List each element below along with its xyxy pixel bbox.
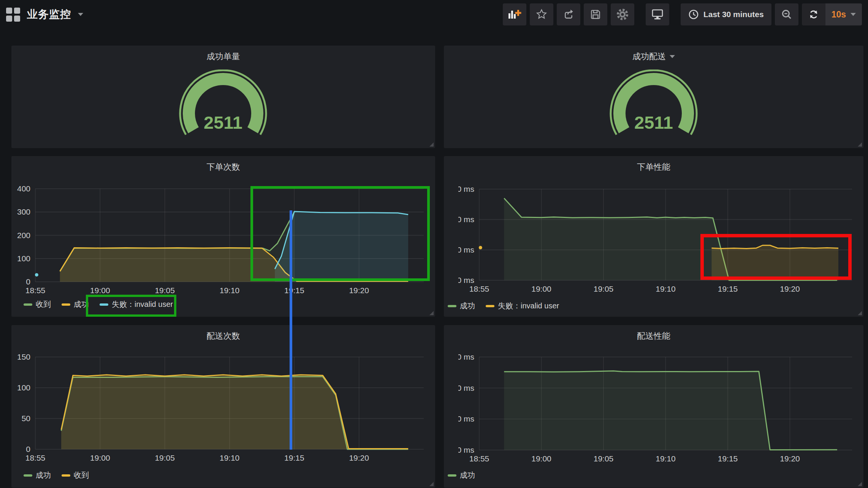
legend-item[interactable]: 成功 <box>24 470 51 480</box>
refresh-icon <box>808 8 820 21</box>
share-button[interactable] <box>557 3 580 25</box>
svg-text:0: 0 <box>26 277 30 286</box>
legend-item[interactable]: 收到 <box>24 299 51 310</box>
panel-resize-handle[interactable] <box>429 311 434 315</box>
panel-resize-handle[interactable] <box>858 311 862 315</box>
legend-label: 收到 <box>36 299 51 310</box>
legend-swatch <box>448 305 456 307</box>
legend-item[interactable]: 成功 <box>62 299 89 310</box>
chevron-down-icon <box>851 13 856 16</box>
zoom-out-button[interactable] <box>775 3 798 25</box>
star-button[interactable] <box>530 3 553 25</box>
svg-text:19:05: 19:05 <box>594 284 614 293</box>
legend-delivery-count: 成功收到 <box>24 470 89 480</box>
svg-text:19:05: 19:05 <box>594 454 614 463</box>
svg-text:19:15: 19:15 <box>718 454 738 463</box>
svg-text:19:00: 19:00 <box>531 284 551 293</box>
panel-resize-handle[interactable] <box>858 482 862 486</box>
legend-label: 成功 <box>36 470 51 480</box>
legend-label: 成功 <box>460 301 475 311</box>
legend-item[interactable]: 失败：invalid user <box>100 299 173 310</box>
legend-swatch <box>62 303 70 306</box>
svg-text:19:20: 19:20 <box>780 454 800 463</box>
legend-label: 收到 <box>74 470 89 480</box>
chevron-down-icon <box>670 55 675 58</box>
svg-text:0 ms: 0 ms <box>458 445 474 454</box>
legend-item[interactable]: 收到 <box>62 470 89 480</box>
svg-text:19:05: 19:05 <box>155 286 175 295</box>
panel-title[interactable]: 配送次数 <box>11 325 435 342</box>
panel-title-label: 配送性能 <box>637 330 670 342</box>
gauge-value: 2511 <box>204 112 242 133</box>
legend-label: 失败：invalid user <box>498 301 559 311</box>
dashboard-title[interactable]: 业务监控 <box>27 7 71 22</box>
dashboard-toolbar: Last 30 minutes 10s <box>503 3 862 25</box>
panel-title-label: 成功单量 <box>207 51 240 62</box>
save-button[interactable] <box>584 3 607 25</box>
svg-text:19:10: 19:10 <box>656 284 676 293</box>
refresh-interval-dropdown[interactable]: 10s <box>825 3 862 25</box>
panel-title-label: 下单次数 <box>207 161 240 173</box>
svg-text:0 ms: 0 ms <box>458 276 474 284</box>
gauge-success-delivery[interactable]: 2511 <box>604 69 703 147</box>
dashboard-brand[interactable]: 业务监控 <box>6 7 83 22</box>
refresh-group: 10s <box>802 3 862 25</box>
svg-text:19:15: 19:15 <box>284 286 304 295</box>
svg-text:400: 400 <box>17 185 30 193</box>
svg-text:19:20: 19:20 <box>349 453 369 462</box>
time-range-button[interactable]: Last 30 minutes <box>681 3 771 25</box>
panel-title[interactable]: 配送性能 <box>444 325 863 342</box>
add-panel-button[interactable] <box>503 3 526 25</box>
svg-text:19:10: 19:10 <box>220 286 240 295</box>
legend-delivery-perf: 成功 <box>448 470 475 480</box>
tv-mode-button[interactable] <box>646 3 669 25</box>
chart-order-perf[interactable]: 18:5519:0019:0519:1019:1519:200 ms200 ms… <box>458 186 863 295</box>
svg-text:18:55: 18:55 <box>25 453 46 462</box>
legend-swatch <box>62 474 70 477</box>
legend-swatch <box>24 303 32 306</box>
chevron-down-icon[interactable] <box>78 13 83 16</box>
chart-delivery-perf[interactable]: 18:5519:0019:0519:1019:1519:200 ms200 ms… <box>458 354 863 464</box>
svg-text:150: 150 <box>17 354 30 361</box>
panel-resize-handle[interactable] <box>429 142 434 147</box>
svg-text:600 ms: 600 ms <box>458 186 474 193</box>
svg-text:19:00: 19:00 <box>90 286 110 295</box>
svg-text:18:55: 18:55 <box>469 454 489 463</box>
clock-icon <box>688 9 699 20</box>
gauge-value: 2511 <box>634 112 673 133</box>
svg-text:100: 100 <box>17 383 30 392</box>
refresh-button[interactable] <box>802 3 825 25</box>
svg-text:600 ms: 600 ms <box>458 354 474 361</box>
legend-item[interactable]: 成功 <box>448 470 475 480</box>
panel-title[interactable]: 下单性能 <box>444 156 863 173</box>
svg-text:200: 200 <box>17 231 30 240</box>
panel-resize-handle[interactable] <box>858 142 862 147</box>
monitor-icon <box>651 8 664 21</box>
panel-title[interactable]: 成功单量 <box>11 46 435 62</box>
panel-title-label: 下单性能 <box>637 161 670 173</box>
gauge-success-orders[interactable]: 2511 <box>174 69 272 147</box>
legend-swatch <box>24 474 32 477</box>
panel-title[interactable]: 下单次数 <box>11 156 435 173</box>
svg-text:100: 100 <box>17 254 30 263</box>
chart-delivery-count[interactable]: 18:5519:0019:0519:1019:1519:20050100150 <box>14 354 435 464</box>
svg-text:200 ms: 200 ms <box>458 414 474 423</box>
apps-grid-icon[interactable] <box>6 8 20 22</box>
panel-resize-handle[interactable] <box>429 482 434 486</box>
legend-swatch <box>486 305 494 307</box>
legend-label: 成功 <box>460 470 475 480</box>
legend-swatch <box>100 303 108 306</box>
legend-order-count: 收到成功失败：invalid user <box>24 299 173 310</box>
settings-button[interactable] <box>611 3 634 25</box>
legend-item[interactable]: 失败：invalid user <box>486 301 559 311</box>
refresh-interval-label: 10s <box>832 9 846 20</box>
chart-order-count[interactable]: 18:5519:0019:0519:1019:1519:200100200300… <box>14 185 435 296</box>
legend-order-perf: 成功失败：invalid user <box>448 301 559 311</box>
svg-text:18:55: 18:55 <box>25 286 46 295</box>
legend-item[interactable]: 成功 <box>448 301 475 311</box>
save-icon <box>589 8 602 21</box>
top-nav: 业务监控 <box>0 0 868 29</box>
panel-title[interactable]: 成功配送 <box>444 46 863 62</box>
svg-text:18:55: 18:55 <box>469 284 489 293</box>
svg-text:400 ms: 400 ms <box>458 384 474 392</box>
